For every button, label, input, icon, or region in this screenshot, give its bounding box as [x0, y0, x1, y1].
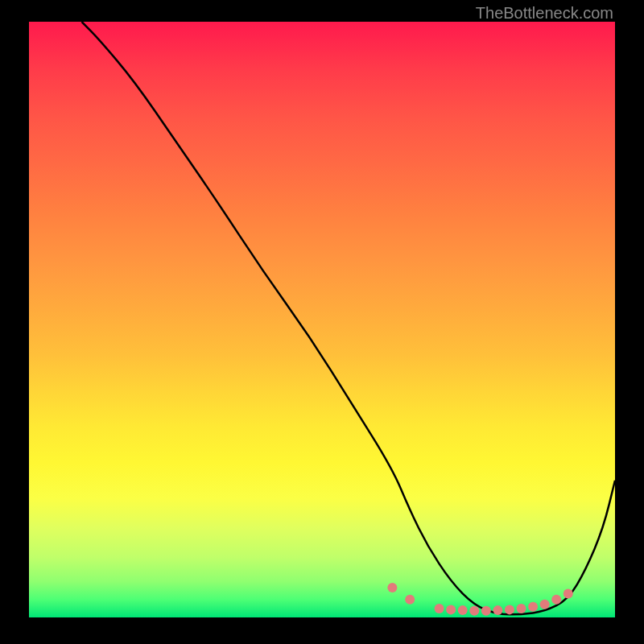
- highlight-dot: [435, 604, 444, 613]
- highlight-dot: [458, 605, 468, 615]
- plot-area: [29, 22, 615, 617]
- highlight-dot: [405, 595, 415, 605]
- highlight-dot: [387, 583, 397, 592]
- highlight-dot: [493, 605, 502, 615]
- chart-container: TheBottleneck.com: [0, 0, 644, 644]
- highlight-dot: [481, 606, 491, 616]
- highlight-dot: [564, 588, 573, 598]
- bottleneck-curve: [82, 22, 615, 614]
- highlight-dot: [446, 605, 456, 614]
- highlight-dot: [540, 600, 550, 609]
- highlight-dot: [551, 595, 561, 605]
- attribution-label: TheBottleneck.com: [476, 4, 613, 23]
- highlight-dot: [505, 605, 514, 614]
- curve-path-group: [82, 22, 615, 614]
- highlight-dot: [469, 606, 479, 616]
- highlight-dot: [517, 604, 526, 613]
- highlight-dot: [528, 602, 538, 612]
- chart-svg: [29, 22, 615, 617]
